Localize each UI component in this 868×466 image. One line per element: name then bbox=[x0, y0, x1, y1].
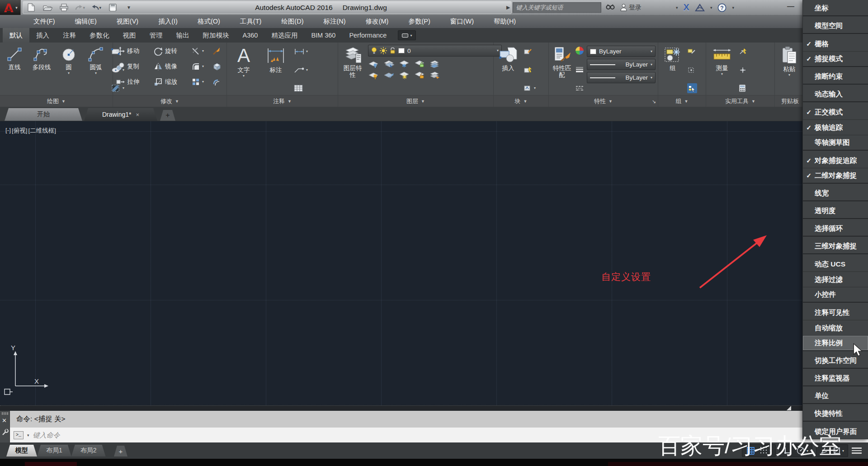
command-close-icon[interactable]: ✕ bbox=[2, 417, 7, 424]
table-button[interactable] bbox=[294, 83, 308, 93]
ribbon-tab[interactable]: BIM 360 bbox=[304, 28, 342, 43]
group-button[interactable]: 组 bbox=[661, 45, 684, 95]
viewport-style-control[interactable]: [二维线框] bbox=[28, 127, 57, 135]
quick-select-button[interactable] bbox=[739, 47, 748, 57]
context-menu-item[interactable]: 选择循环 bbox=[803, 221, 868, 237]
block-attributes-button[interactable]: ▾ bbox=[524, 83, 536, 93]
stretch-button[interactable]: 拉伸 bbox=[116, 77, 154, 86]
context-menu-item[interactable]: 小控件 bbox=[803, 287, 868, 303]
print-button[interactable] bbox=[59, 3, 69, 12]
layout-tab[interactable]: 布局1 bbox=[37, 445, 71, 456]
panel-label-block[interactable]: 块▼ bbox=[494, 95, 548, 107]
menu-item[interactable]: 帮助(H) bbox=[484, 15, 526, 28]
paste-button[interactable]: 粘贴 ▾ bbox=[778, 45, 801, 95]
layer-current-icon[interactable] bbox=[429, 71, 440, 79]
viewport-minimize-control[interactable]: [-] bbox=[5, 127, 11, 135]
match-properties-button[interactable]: 特性匹配 bbox=[552, 45, 572, 95]
app-menu-button[interactable]: ▾ bbox=[0, 0, 21, 15]
ribbon-display-toggle[interactable]: ▾ bbox=[398, 30, 416, 40]
drawing-viewport[interactable]: [-] [俯视] [二维线框] Y X 自定义设置 bbox=[0, 121, 868, 405]
layer-match-icon[interactable] bbox=[429, 60, 440, 68]
viewport-corner-handle[interactable] bbox=[787, 406, 791, 410]
context-menu-item[interactable]: 自动缩放 bbox=[803, 320, 868, 336]
lineweight-list-icon[interactable] bbox=[575, 65, 584, 75]
scale-button[interactable]: 缩放 bbox=[154, 77, 192, 86]
ribbon-tab[interactable]: 视图 bbox=[116, 28, 143, 43]
dimension-button[interactable]: 标注 bbox=[261, 45, 290, 95]
panel-label-draw[interactable]: 绘图▼ bbox=[0, 95, 113, 107]
context-menu-item[interactable]: 线宽 bbox=[803, 186, 868, 201]
viewport-view-control[interactable]: [俯视] bbox=[12, 127, 28, 135]
open-folder-button[interactable] bbox=[42, 3, 52, 12]
menu-item[interactable]: 修改(M) bbox=[356, 15, 399, 28]
ribbon-tab[interactable]: 注释 bbox=[56, 28, 83, 43]
ribbon-tab[interactable]: 附加模块 bbox=[196, 28, 236, 43]
search-icon[interactable] bbox=[606, 4, 615, 11]
context-menu-item[interactable]: 等轴测草图 bbox=[803, 135, 868, 151]
file-tab-start[interactable]: 开始 bbox=[5, 108, 82, 121]
menu-item[interactable]: 编辑(E) bbox=[65, 15, 107, 28]
layout-tab[interactable]: 模型 bbox=[6, 445, 37, 456]
new-drawing-tab-button[interactable]: + bbox=[160, 110, 175, 121]
minimize-button[interactable]: — bbox=[785, 3, 797, 11]
qat-customize-button[interactable]: ▼ bbox=[124, 3, 134, 12]
layer-freeze-icon[interactable] bbox=[399, 60, 410, 68]
menu-item[interactable]: 标注(N) bbox=[313, 15, 355, 28]
block-create-button[interactable] bbox=[524, 65, 536, 75]
menu-item[interactable]: 插入(I) bbox=[148, 15, 188, 28]
layer-unisolate-icon[interactable] bbox=[383, 60, 394, 68]
menu-item[interactable]: 窗口(W) bbox=[440, 15, 484, 28]
fillet-button[interactable]: ▾ bbox=[192, 62, 212, 71]
trim-button[interactable]: ▾ bbox=[192, 47, 212, 55]
layer-unlock-small-icon[interactable] bbox=[414, 71, 425, 79]
layer-off-icon[interactable] bbox=[368, 71, 379, 79]
menu-item[interactable]: 视图(V) bbox=[107, 15, 148, 28]
text-button[interactable]: A 文字 ▾ bbox=[230, 45, 258, 95]
panel-label-modify[interactable]: 修改▼ bbox=[113, 95, 226, 107]
ungroup-button[interactable] bbox=[687, 47, 697, 57]
quick-calc-button[interactable] bbox=[739, 83, 748, 93]
context-menu-item[interactable]: 透明度 bbox=[803, 204, 868, 219]
linetype-list-icon[interactable] bbox=[575, 83, 584, 93]
panel-label-properties[interactable]: 特性▼ bbox=[549, 95, 658, 107]
color-wheel-icon[interactable] bbox=[575, 46, 584, 56]
modify-brush-button[interactable] bbox=[212, 47, 228, 55]
line-button[interactable]: 直线 bbox=[3, 45, 26, 95]
measure-button[interactable]: 测量 ▾ bbox=[709, 45, 735, 95]
menu-item[interactable]: 格式(O) bbox=[188, 15, 230, 28]
ribbon-tab[interactable]: 默认 bbox=[3, 28, 29, 43]
context-menu-item[interactable]: 栅格 bbox=[803, 36, 868, 52]
sign-in-button[interactable]: 登录 bbox=[620, 4, 642, 12]
redo-button[interactable]: ▾ bbox=[75, 3, 85, 12]
command-customize-icon[interactable] bbox=[1, 429, 9, 436]
ribbon-tab[interactable]: 精选应用 bbox=[264, 28, 304, 43]
panel-label-utilities[interactable]: 实用工具▼ bbox=[706, 95, 774, 107]
customization-menu-button[interactable] bbox=[852, 447, 862, 454]
layer-properties-button[interactable]: 图层特性 bbox=[341, 45, 364, 95]
context-menu-item[interactable]: 模型空间 bbox=[803, 19, 868, 34]
layer-isolate-icon[interactable] bbox=[368, 60, 379, 68]
menu-item[interactable]: 工具(T) bbox=[230, 15, 272, 28]
ribbon-tab[interactable]: 参数化 bbox=[83, 28, 116, 43]
context-menu-item[interactable]: 动态 UCS bbox=[803, 257, 868, 272]
layer-lock-icon[interactable] bbox=[414, 60, 425, 68]
context-menu-item[interactable]: 选择过滤 bbox=[803, 272, 868, 287]
ribbon-tab[interactable]: A360 bbox=[236, 28, 265, 43]
insert-block-button[interactable]: 插入 bbox=[496, 45, 520, 95]
panel-label-layers[interactable]: 图层▼ bbox=[338, 95, 493, 107]
object-color-select[interactable]: ByLayer ▾ bbox=[587, 46, 656, 57]
block-edit-button[interactable] bbox=[524, 47, 536, 57]
panel-label-annotation[interactable]: 注释▼ bbox=[227, 95, 338, 107]
context-menu-item[interactable]: 二维对象捕捉 bbox=[803, 168, 868, 184]
search-input[interactable] bbox=[513, 2, 601, 13]
context-menu-item[interactable]: 动态输入 bbox=[803, 87, 868, 102]
annotation-caret-icon[interactable]: ▾ bbox=[842, 449, 844, 453]
context-menu-item[interactable]: 捕捉模式 bbox=[803, 52, 868, 67]
context-menu-item[interactable]: 快捷特性 bbox=[803, 406, 868, 422]
context-menu-item[interactable]: 单位 bbox=[803, 389, 868, 404]
group-selection-toggle[interactable] bbox=[687, 83, 697, 93]
polyline-button[interactable]: 多段线 bbox=[30, 45, 53, 95]
menu-item[interactable]: 参数(P) bbox=[398, 15, 440, 28]
point-button[interactable] bbox=[739, 65, 748, 75]
move-button[interactable]: 移动 bbox=[116, 47, 154, 56]
